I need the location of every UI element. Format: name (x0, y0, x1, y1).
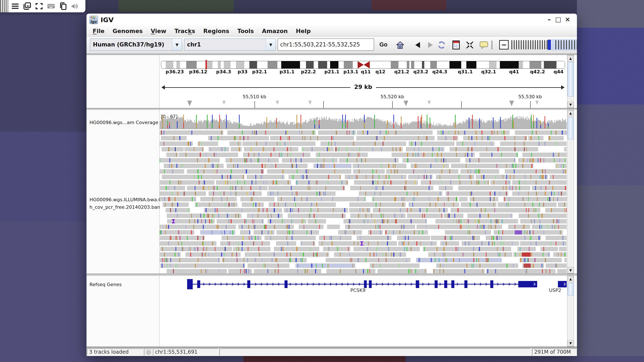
fit-to-window-icon[interactable] (464, 40, 475, 50)
locus-input[interactable] (278, 38, 374, 51)
alignment-panel: HG00096.wgs...am Coverage HG00096.wgs.IL… (86, 110, 577, 274)
zoom-tick[interactable] (547, 40, 548, 49)
ruler-tick (254, 101, 255, 108)
menu-tracks[interactable]: Tracks (170, 25, 199, 36)
zoom-tick[interactable] (512, 40, 512, 49)
cursor-position-field: chr1:55,531,691 (153, 348, 218, 356)
zoom-tick[interactable] (542, 40, 543, 49)
menu-genomes[interactable]: Genomes (108, 25, 147, 36)
fullscreen-icon[interactable] (34, 1, 44, 11)
alignment-track-name-line2: h_cov_pcr_free.20140203.bam (90, 203, 162, 211)
ruler-marker-icon (308, 101, 312, 105)
tracks-loaded-field: 3 tracks loaded (87, 348, 144, 356)
scroll-down-icon[interactable]: ▼ (567, 101, 574, 108)
desktop-control-bar (0, 0, 86, 12)
zoom-tick[interactable] (532, 40, 534, 49)
alignment-track-name[interactable]: HG00096.wgs.ILLUMINA.bwa.G h_cov_pcr_fre… (90, 196, 162, 211)
zoom-slider-thumb[interactable] (548, 40, 551, 50)
status-bar: 3 tracks loaded chr1:55,531,691 291M of … (86, 348, 577, 356)
zoom-tick[interactable] (521, 40, 522, 49)
zoom-tick[interactable] (574, 40, 575, 49)
go-button[interactable]: Go (377, 40, 390, 49)
header-panel: p36.23p36.12p34.3p33p32.1p31.1p22.2p21.1… (86, 55, 577, 109)
toolbar: Human (GRCh37/hg19) ▼ chr1 ▼ Go (86, 37, 577, 53)
zoom-tick[interactable] (518, 40, 519, 49)
scroll-up-icon[interactable]: ▲ (567, 55, 574, 62)
menu-help[interactable]: Help (292, 25, 315, 36)
alignment-track-name-line1: HG00096.wgs.ILLUMINA.bwa.G (90, 196, 162, 203)
menu-regions[interactable]: Regions (199, 25, 234, 36)
igv-app-icon: igv (90, 15, 98, 24)
ruler-marker-icon (428, 101, 431, 105)
copy-icon[interactable] (58, 1, 68, 11)
zoom-tick[interactable] (561, 40, 562, 49)
menu-file[interactable]: File (88, 25, 108, 36)
coverage-canvas[interactable] (160, 115, 567, 129)
zoom-tick[interactable] (516, 40, 517, 49)
bg-green-patch (118, 0, 234, 12)
zoom-tick[interactable] (577, 40, 577, 49)
scrollbar-thumb[interactable] (568, 117, 574, 139)
define-region-icon[interactable] (450, 40, 462, 50)
header-scrollbar[interactable]: ▲ ▼ (567, 55, 574, 108)
zoom-tick[interactable] (526, 40, 526, 49)
memory-usage-field: 291M of 700M (532, 348, 576, 356)
zoom-tick[interactable] (558, 40, 559, 49)
refresh-icon[interactable] (436, 40, 447, 50)
zoom-tick[interactable] (535, 40, 536, 49)
ruler-marker-icon (222, 101, 226, 105)
forward-icon[interactable] (425, 40, 436, 50)
popup-text-icon[interactable] (478, 40, 490, 50)
menu-icon[interactable] (10, 1, 20, 11)
genome-select[interactable]: Human (GRCh37/hg19) ▼ (90, 38, 182, 51)
drag-grip[interactable] (0, 0, 8, 12)
status-indicator-box (144, 348, 152, 356)
menu-tools[interactable]: Tools (234, 25, 258, 36)
ruler-tick (530, 101, 530, 108)
screenshot-icon[interactable] (22, 1, 32, 11)
chromosome-select[interactable]: chr1 ▼ (184, 38, 276, 51)
zoom-out-button[interactable] (499, 40, 508, 49)
ruler-tick (461, 101, 462, 108)
scrollbar-thumb[interactable] (568, 62, 574, 97)
zoom-tick[interactable] (514, 40, 514, 49)
keyboard-icon[interactable] (46, 1, 56, 11)
zoom-tick[interactable] (537, 40, 538, 49)
panels: p36.23p36.12p34.3p33p32.1p31.1p22.2p21.1… (86, 54, 577, 348)
coverage-track-name[interactable]: HG00096.wgs...am Coverage (90, 119, 158, 126)
ruler[interactable]: 55,510 kb55,520 kb55,530 kb (161, 55, 565, 108)
zoom-tick[interactable] (556, 40, 556, 49)
home-icon[interactable] (394, 40, 406, 50)
back-icon[interactable] (412, 40, 423, 50)
scroll-down-icon[interactable]: ▼ (567, 340, 574, 347)
zoom-tick[interactable] (572, 40, 572, 49)
alignment-pileup-canvas[interactable] (160, 130, 567, 274)
bg-right-4 (577, 185, 644, 362)
scroll-down-icon[interactable]: ▼ (567, 267, 574, 274)
refseq-content[interactable]: PCSK9USP2 (160, 276, 567, 347)
refseq-scrollbar[interactable]: ▲ ▼ (567, 276, 574, 347)
coverage-range-label: [0 - 67] (161, 114, 178, 119)
close-button[interactable]: × (564, 16, 572, 23)
zoom-tick[interactable] (569, 40, 570, 49)
minimize-button[interactable]: – (545, 16, 553, 23)
header-content[interactable]: p36.23p36.12p34.3p33p32.1p31.1p22.2p21.1… (160, 55, 567, 108)
refseq-track-name[interactable]: Refseq Genes (90, 281, 122, 288)
menu-amazon[interactable]: Amazon (258, 25, 292, 36)
zoom-tick[interactable] (523, 40, 524, 49)
zoom-tick[interactable] (530, 40, 531, 49)
alignment-scrollbar[interactable]: ▲ ▼ (567, 110, 574, 274)
alignment-content[interactable]: [0 - 67] (160, 110, 567, 274)
scrollbar-thumb[interactable] (568, 283, 574, 296)
zoom-tick[interactable] (566, 40, 567, 49)
zoom-tick[interactable] (540, 40, 540, 49)
zoom-tick[interactable] (528, 40, 529, 49)
bg-right-1 (577, 0, 644, 28)
scroll-up-icon[interactable]: ▲ (567, 276, 574, 282)
volume-icon[interactable] (70, 1, 80, 11)
zoom-tick[interactable] (564, 40, 564, 49)
maximize-button[interactable]: □ (554, 16, 562, 23)
scroll-up-icon[interactable]: ▲ (567, 110, 574, 116)
zoom-tick[interactable] (544, 40, 545, 49)
menu-view[interactable]: View (147, 25, 170, 36)
